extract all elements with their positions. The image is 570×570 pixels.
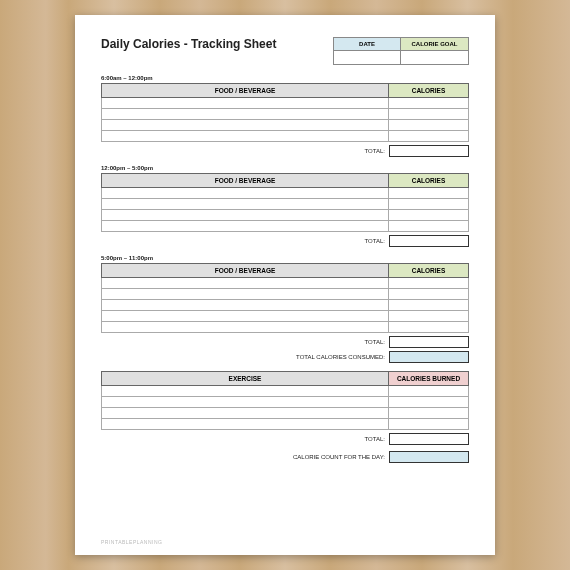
food-cell[interactable] — [101, 188, 389, 199]
food-cell[interactable] — [101, 210, 389, 221]
food-cell[interactable] — [101, 199, 389, 210]
cal-cell[interactable] — [389, 98, 469, 109]
exercise-cell[interactable] — [101, 408, 389, 419]
day-count-label: CALORIE COUNT FOR THE DAY: — [293, 454, 385, 460]
exercise-header: EXERCISE — [101, 371, 389, 386]
food-row — [101, 131, 469, 142]
total-label: TOTAL: — [365, 148, 385, 154]
food-cell[interactable] — [101, 109, 389, 120]
afternoon-section: 12:00pm – 5:00pm FOOD / BEVERAGE CALORIE… — [101, 165, 469, 247]
consumed-value[interactable] — [389, 351, 469, 363]
exercise-row — [101, 397, 469, 408]
food-row — [101, 109, 469, 120]
burn-cell[interactable] — [389, 408, 469, 419]
tracking-sheet-page: Daily Calories - Tracking Sheet DATE CAL… — [75, 15, 495, 555]
total-value[interactable] — [389, 235, 469, 247]
burn-cell[interactable] — [389, 397, 469, 408]
grid-header: EXERCISE CALORIES BURNED — [101, 371, 469, 386]
date-label: DATE — [333, 37, 401, 51]
food-row — [101, 322, 469, 333]
calories-header: CALORIES — [389, 263, 469, 278]
exercise-cell[interactable] — [101, 397, 389, 408]
total-value[interactable] — [389, 145, 469, 157]
grid-header: FOOD / BEVERAGE CALORIES — [101, 263, 469, 278]
page-title: Daily Calories - Tracking Sheet — [101, 37, 276, 51]
exercise-cell[interactable] — [101, 419, 389, 430]
consumed-total: TOTAL CALORIES CONSUMED: — [101, 351, 469, 363]
exercise-total: TOTAL: — [101, 433, 469, 445]
exercise-cell[interactable] — [101, 386, 389, 397]
cal-cell[interactable] — [389, 109, 469, 120]
food-row — [101, 120, 469, 131]
food-row — [101, 278, 469, 289]
time-range: 6:00am – 12:00pm — [101, 75, 469, 81]
food-row — [101, 289, 469, 300]
cal-cell[interactable] — [389, 188, 469, 199]
food-cell[interactable] — [101, 98, 389, 109]
section-total: TOTAL: — [101, 145, 469, 157]
food-row — [101, 311, 469, 322]
exercise-section: EXERCISE CALORIES BURNED TOTAL: CALORIE … — [101, 371, 469, 463]
exercise-row — [101, 408, 469, 419]
time-range: 12:00pm – 5:00pm — [101, 165, 469, 171]
day-count-value[interactable] — [389, 451, 469, 463]
calories-header: CALORIES — [389, 173, 469, 188]
date-box: DATE — [333, 37, 401, 65]
grid-header: FOOD / BEVERAGE CALORIES — [101, 173, 469, 188]
burned-header: CALORIES BURNED — [389, 371, 469, 386]
food-cell[interactable] — [101, 131, 389, 142]
total-label: TOTAL: — [365, 436, 385, 442]
evening-section: 5:00pm – 11:00pm FOOD / BEVERAGE CALORIE… — [101, 255, 469, 363]
food-cell[interactable] — [101, 289, 389, 300]
food-cell[interactable] — [101, 311, 389, 322]
goal-label: CALORIE GOAL — [401, 37, 469, 51]
food-row — [101, 188, 469, 199]
food-header: FOOD / BEVERAGE — [101, 83, 389, 98]
brand-watermark: PRINTABLEPLANNING — [101, 539, 162, 545]
total-label: TOTAL: — [365, 238, 385, 244]
exercise-row — [101, 419, 469, 430]
cal-cell[interactable] — [389, 210, 469, 221]
cal-cell[interactable] — [389, 300, 469, 311]
food-cell[interactable] — [101, 221, 389, 232]
food-cell[interactable] — [101, 278, 389, 289]
header-boxes: DATE CALORIE GOAL — [333, 37, 469, 65]
header-row: Daily Calories - Tracking Sheet DATE CAL… — [101, 37, 469, 65]
food-cell[interactable] — [101, 300, 389, 311]
calories-header: CALORIES — [389, 83, 469, 98]
section-total: TOTAL: — [101, 336, 469, 348]
food-header: FOOD / BEVERAGE — [101, 173, 389, 188]
food-row — [101, 98, 469, 109]
food-header: FOOD / BEVERAGE — [101, 263, 389, 278]
cal-cell[interactable] — [389, 199, 469, 210]
total-value[interactable] — [389, 433, 469, 445]
food-cell[interactable] — [101, 120, 389, 131]
consumed-label: TOTAL CALORIES CONSUMED: — [296, 354, 385, 360]
food-row — [101, 199, 469, 210]
section-total: TOTAL: — [101, 235, 469, 247]
total-label: TOTAL: — [365, 339, 385, 345]
burn-cell[interactable] — [389, 386, 469, 397]
food-row — [101, 210, 469, 221]
exercise-row — [101, 386, 469, 397]
goal-value[interactable] — [401, 51, 469, 65]
morning-section: 6:00am – 12:00pm FOOD / BEVERAGE CALORIE… — [101, 75, 469, 157]
cal-cell[interactable] — [389, 311, 469, 322]
burn-cell[interactable] — [389, 419, 469, 430]
date-value[interactable] — [333, 51, 401, 65]
cal-cell[interactable] — [389, 289, 469, 300]
cal-cell[interactable] — [389, 221, 469, 232]
goal-box: CALORIE GOAL — [401, 37, 469, 65]
grid-header: FOOD / BEVERAGE CALORIES — [101, 83, 469, 98]
cal-cell[interactable] — [389, 278, 469, 289]
cal-cell[interactable] — [389, 120, 469, 131]
total-value[interactable] — [389, 336, 469, 348]
food-row — [101, 300, 469, 311]
time-range: 5:00pm – 11:00pm — [101, 255, 469, 261]
day-count-total: CALORIE COUNT FOR THE DAY: — [101, 451, 469, 463]
cal-cell[interactable] — [389, 322, 469, 333]
food-row — [101, 221, 469, 232]
food-cell[interactable] — [101, 322, 389, 333]
cal-cell[interactable] — [389, 131, 469, 142]
